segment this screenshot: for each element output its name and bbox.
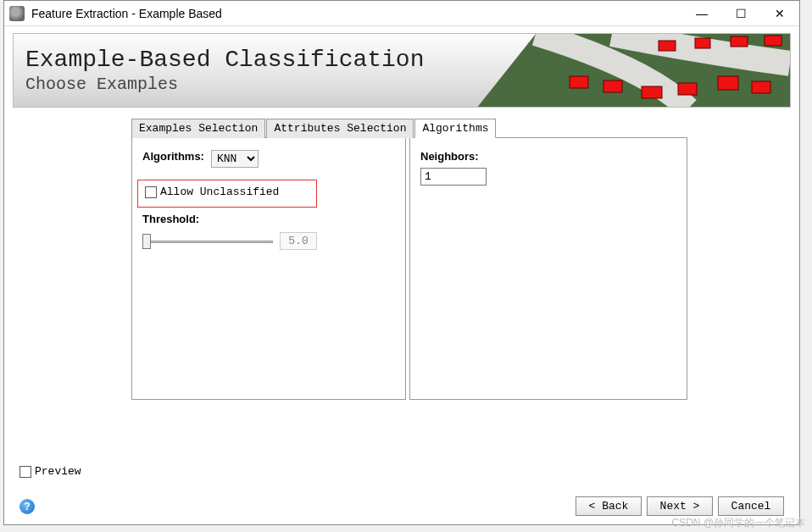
left-panel: Algorithms: KNN Allow Unclassified Thres… — [131, 137, 406, 400]
tab-area: Examples Selection Attributes Selection … — [131, 118, 691, 400]
banner-image — [476, 34, 790, 108]
tab-algorithms[interactable]: Algorithms — [414, 119, 496, 138]
tab-panels: Algorithms: KNN Allow Unclassified Thres… — [131, 137, 691, 400]
neighbors-label: Neighbors: — [420, 150, 676, 163]
algorithms-label: Algorithms: — [142, 150, 204, 163]
preview-row: Preview — [19, 465, 784, 478]
svg-rect-7 — [659, 41, 676, 51]
svg-rect-5 — [718, 76, 738, 90]
algorithms-row: Algorithms: KNN — [142, 150, 395, 168]
preview-checkbox[interactable] — [19, 466, 31, 478]
threshold-value: 5.0 — [280, 232, 317, 250]
svg-rect-2 — [603, 80, 622, 92]
window-title: Feature Extraction - Example Based — [31, 7, 682, 20]
maximize-button[interactable]: ☐ — [721, 1, 760, 26]
highlight-box: Allow Unclassified — [137, 180, 317, 208]
close-button[interactable]: ✕ — [760, 1, 799, 26]
threshold-slider-row: 5.0 — [142, 232, 395, 250]
back-button[interactable]: < Back — [576, 496, 642, 516]
slider-handle[interactable] — [142, 234, 151, 249]
allow-unclassified-checkbox[interactable] — [145, 186, 157, 198]
header-banner: Example-Based Classification Choose Exam… — [13, 33, 791, 108]
preview-label: Preview — [35, 465, 81, 478]
tab-strip: Examples Selection Attributes Selection … — [131, 118, 691, 137]
next-button[interactable]: Next > — [647, 496, 713, 516]
algorithms-select[interactable]: KNN — [211, 150, 259, 168]
bottom-row: ? < Back Next > Cancel — [19, 496, 784, 516]
threshold-slider[interactable] — [142, 234, 273, 249]
window-controls: — ☐ ✕ — [682, 1, 799, 26]
tab-examples-selection[interactable]: Examples Selection — [131, 119, 265, 138]
minimize-button[interactable]: — — [682, 1, 721, 26]
threshold-row: Threshold: 5.0 — [142, 213, 395, 250]
svg-rect-6 — [752, 81, 770, 93]
slider-track-line — [147, 241, 273, 243]
svg-rect-3 — [642, 86, 662, 98]
svg-rect-9 — [731, 36, 748, 47]
footer-area: Preview ? < Back Next > Cancel — [19, 465, 784, 516]
cancel-button[interactable]: Cancel — [718, 496, 784, 516]
neighbors-input[interactable] — [420, 168, 487, 186]
app-icon — [9, 6, 25, 21]
allow-unclassified-label: Allow Unclassified — [160, 186, 279, 198]
help-icon[interactable]: ? — [19, 499, 35, 514]
app-window: Feature Extraction - Example Based — ☐ ✕… — [3, 0, 800, 525]
right-panel: Neighbors: — [409, 137, 687, 400]
threshold-label: Threshold: — [142, 213, 395, 225]
titlebar: Feature Extraction - Example Based — ☐ ✕ — [4, 1, 799, 26]
svg-rect-8 — [695, 38, 710, 48]
svg-rect-10 — [765, 36, 781, 46]
svg-rect-4 — [678, 83, 697, 95]
allow-unclassified-row: Allow Unclassified — [145, 186, 309, 198]
svg-rect-1 — [570, 76, 588, 88]
tab-attributes-selection[interactable]: Attributes Selection — [266, 119, 414, 138]
button-row: < Back Next > Cancel — [576, 496, 784, 516]
